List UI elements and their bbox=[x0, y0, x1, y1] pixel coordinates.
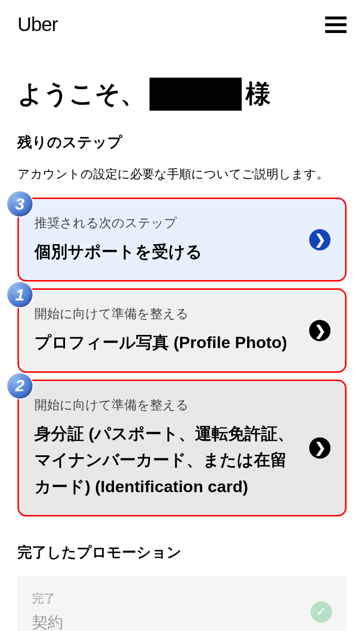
header: Uber bbox=[0, 0, 364, 49]
redacted-username bbox=[149, 78, 242, 111]
chevron-right-icon: ❯ bbox=[309, 437, 331, 459]
welcome-suffix: 様 bbox=[246, 77, 271, 111]
step-title: プロフィール写真 (Profile Photo) bbox=[34, 329, 297, 355]
step-card-support[interactable]: 3 推奨される次のステップ 個別サポートを受ける ❯ bbox=[17, 198, 347, 282]
welcome-heading: ようこそ、 様 bbox=[17, 77, 347, 111]
step-label: 推奨される次のステップ bbox=[34, 215, 297, 232]
chevron-right-icon: ❯ bbox=[309, 320, 331, 341]
chevron-right-icon: ❯ bbox=[309, 229, 331, 250]
step-title: 個別サポートを受ける bbox=[34, 238, 297, 265]
step-label: 開始に向けて準備を整える bbox=[34, 305, 297, 322]
remaining-steps-title: 残りのステップ bbox=[17, 133, 347, 152]
completed-section-title: 完了したプロモーション bbox=[17, 543, 347, 563]
steps-list: 3 推奨される次のステップ 個別サポートを受ける ❯ 1 開始に向けて準備を整え… bbox=[17, 198, 347, 516]
completed-label: 完了 bbox=[32, 591, 332, 606]
logo: Uber bbox=[17, 14, 58, 35]
hamburger-menu-icon[interactable] bbox=[325, 17, 347, 33]
completed-card-contract[interactable]: 完了 契約 ✓ bbox=[17, 576, 347, 631]
step-title: 身分証 (パスポート、運転免許証、マイナンバーカード、または在留カード) (Id… bbox=[34, 420, 297, 499]
check-icon: ✓ bbox=[311, 601, 332, 623]
step-label: 開始に向けて準備を整える bbox=[34, 397, 297, 414]
completed-title: 契約 bbox=[32, 612, 332, 631]
step-badge: 1 bbox=[6, 281, 33, 308]
step-card-identification[interactable]: 2 開始に向けて準備を整える 身分証 (パスポート、運転免許証、マイナンバーカー… bbox=[17, 380, 347, 516]
step-badge: 3 bbox=[6, 190, 33, 217]
step-badge: 2 bbox=[6, 372, 33, 399]
main-content: ようこそ、 様 残りのステップ アカウントの設定に必要な手順についてご説明します… bbox=[0, 77, 364, 631]
step-card-profile-photo[interactable]: 1 開始に向けて準備を整える プロフィール写真 (Profile Photo) … bbox=[17, 288, 347, 372]
remaining-steps-description: アカウントの設定に必要な手順についてご説明します。 bbox=[17, 166, 347, 182]
welcome-prefix: ようこそ、 bbox=[17, 77, 146, 111]
